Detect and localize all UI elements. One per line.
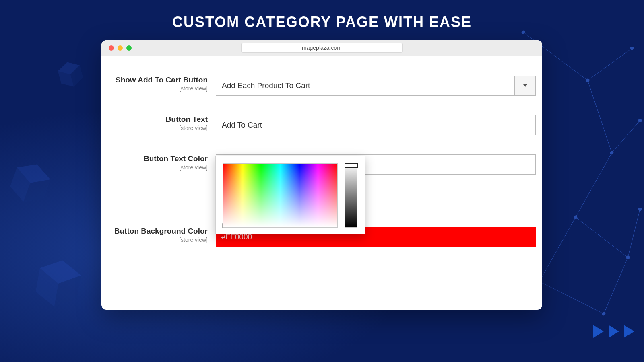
- button-text-input[interactable]: [216, 115, 536, 135]
- select-value: Add Each Product To Cart: [216, 76, 515, 96]
- address-bar[interactable]: mageplaza.com: [242, 43, 402, 53]
- field-scope: [store view]: [107, 125, 208, 131]
- color-picker-popup[interactable]: +: [215, 156, 365, 234]
- svg-marker-29: [523, 84, 527, 87]
- field-scope: [store view]: [107, 237, 208, 243]
- svg-point-26: [638, 208, 642, 211]
- crosshair-icon: +: [220, 220, 226, 231]
- minimize-icon[interactable]: [118, 45, 123, 51]
- chevron-down-icon[interactable]: [515, 76, 536, 96]
- svg-point-21: [630, 47, 634, 50]
- svg-marker-8: [54, 272, 81, 311]
- svg-marker-0: [7, 158, 54, 208]
- field-scope: [store view]: [107, 164, 208, 171]
- field-show-add-to-cart: Show Add To Cart Button [store view] Add…: [107, 76, 537, 96]
- svg-marker-5: [69, 65, 85, 86]
- svg-marker-6: [34, 257, 83, 310]
- lightness-slider[interactable]: [345, 163, 357, 228]
- svg-line-17: [604, 257, 628, 314]
- slider-handle[interactable]: [345, 163, 358, 168]
- svg-marker-2: [23, 173, 50, 208]
- maximize-icon[interactable]: [126, 45, 132, 51]
- svg-point-23: [638, 119, 642, 122]
- svg-point-19: [522, 31, 525, 34]
- svg-marker-3: [56, 59, 85, 89]
- window-controls: [109, 45, 132, 51]
- svg-line-11: [588, 80, 612, 153]
- svg-line-18: [539, 282, 604, 314]
- svg-line-16: [539, 217, 576, 282]
- add-to-cart-select[interactable]: Add Each Product To Cart: [216, 76, 536, 96]
- svg-marker-4: [56, 59, 81, 77]
- svg-marker-7: [38, 257, 83, 287]
- triangle-icons: [593, 325, 634, 338]
- field-label: Show Add To Cart Button: [107, 76, 208, 84]
- svg-line-12: [612, 121, 640, 153]
- svg-line-10: [588, 48, 632, 80]
- browser-titlebar: mageplaza.com: [101, 40, 542, 56]
- field-button-text: Button Text [store view]: [107, 115, 537, 135]
- hue-saturation-area[interactable]: +: [223, 163, 338, 228]
- field-label: Button Background Color: [107, 227, 208, 236]
- form-content: Show Add To Cart Button [store view] Add…: [101, 56, 542, 255]
- svg-point-24: [574, 216, 577, 219]
- svg-marker-1: [14, 158, 54, 189]
- field-scope: [store view]: [107, 85, 208, 92]
- field-label: Button Text Color: [107, 154, 208, 163]
- svg-line-14: [576, 217, 628, 257]
- field-label: Button Text: [107, 115, 208, 124]
- svg-line-13: [576, 153, 612, 217]
- page-title: CUSTOM CATEGORY PAGE WITH EASE: [0, 0, 644, 31]
- svg-line-15: [628, 209, 640, 257]
- browser-window: mageplaza.com Show Add To Cart Button [s…: [101, 40, 542, 310]
- close-icon[interactable]: [109, 45, 114, 51]
- svg-point-28: [602, 312, 605, 315]
- svg-point-25: [626, 256, 630, 259]
- svg-point-20: [586, 79, 589, 82]
- svg-point-22: [610, 151, 613, 154]
